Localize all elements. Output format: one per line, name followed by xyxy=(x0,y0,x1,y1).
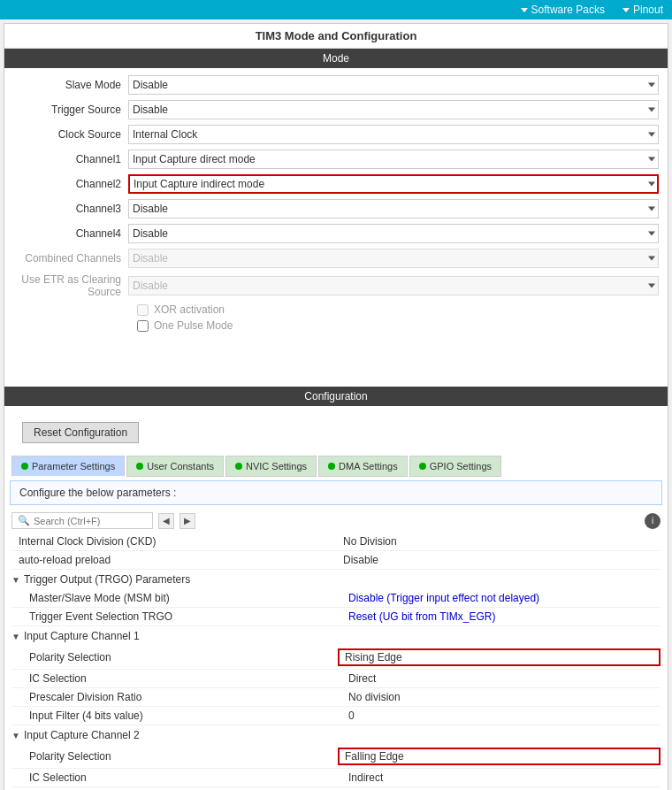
param-name: Trigger Event Selection TRGO xyxy=(11,610,341,623)
checkbox-1[interactable] xyxy=(137,320,149,332)
mode-field-row: Channel3Disable xyxy=(13,199,659,219)
select-wrapper: Input Capture indirect mode xyxy=(128,174,659,194)
field-select-channel4[interactable]: Disable xyxy=(128,224,659,243)
tab-label: Parameter Settings xyxy=(32,461,115,472)
select-wrapper: Disable xyxy=(128,199,659,219)
mode-field-row: Combined ChannelsDisable xyxy=(13,249,659,268)
select-wrapper: Disable xyxy=(128,224,659,243)
param-value: No division xyxy=(341,691,661,703)
collapse-icon: ▼ xyxy=(11,575,20,585)
param-name: IC Selection xyxy=(11,672,341,685)
config-section: Reset Configuration Parameter SettingsUs… xyxy=(4,410,668,790)
field-select-use-etr-as-clearing-source[interactable]: Disable xyxy=(128,276,659,295)
field-select-channel3[interactable]: Disable xyxy=(128,199,659,219)
software-packs-label: Software Packs xyxy=(531,4,605,16)
param-value: 0 xyxy=(341,709,661,722)
field-select-channel1[interactable]: Input Capture direct mode xyxy=(128,150,659,169)
param-name: Master/Slave Mode (MSM bit) xyxy=(11,592,341,604)
param-row: IC SelectionDirect xyxy=(11,670,661,688)
param-value: Disable xyxy=(336,554,661,566)
search-input-wrapper[interactable]: 🔍 xyxy=(11,512,153,529)
tab-label: User Constants xyxy=(147,461,214,472)
tab-label: DMA Settings xyxy=(339,461,398,472)
top-bar: Software Packs Pinout xyxy=(0,0,672,19)
select-wrapper: Input Capture direct mode xyxy=(128,150,659,169)
collapse-icon: ▼ xyxy=(11,632,20,641)
field-label: Use ETR as Clearing Source xyxy=(13,273,128,298)
param-list: Internal Clock Division (CKD)No Division… xyxy=(4,533,668,790)
param-name: auto-reload preload xyxy=(11,554,336,566)
info-button[interactable]: i xyxy=(645,513,661,529)
tab-label: NVIC Settings xyxy=(246,461,307,472)
field-select-slave-mode[interactable]: Disable xyxy=(128,75,659,95)
chevron-down-icon xyxy=(521,8,528,12)
pinout-item[interactable]: Pinout xyxy=(622,4,663,16)
param-name: Prescaler Division Ratio xyxy=(11,691,341,703)
mode-field-row: Trigger SourceDisable xyxy=(13,100,659,119)
mode-field-row: Channel1Input Capture direct mode xyxy=(13,150,659,169)
mode-fields-container: Slave ModeDisableTrigger SourceDisableCl… xyxy=(13,75,659,298)
tab-status-dot xyxy=(235,463,242,470)
param-name: Internal Clock Division (CKD) xyxy=(11,535,336,548)
param-row: Polarity SelectionFalling Edge xyxy=(11,745,661,769)
tab-user-constants[interactable]: User Constants xyxy=(126,456,224,477)
main-window: TIM3 Mode and Configuration Mode Slave M… xyxy=(4,23,668,790)
param-value: No Division xyxy=(336,535,661,548)
checkboxes-container: XOR activationOne Pulse Mode xyxy=(13,303,659,332)
software-packs-item[interactable]: Software Packs xyxy=(521,4,605,16)
configure-text: Configure the below parameters : xyxy=(10,480,662,505)
checkbox-row: XOR activation xyxy=(137,303,659,316)
tab-status-dot xyxy=(136,463,143,470)
tab-label: GPIO Settings xyxy=(430,461,492,472)
checkbox-label: XOR activation xyxy=(154,303,225,316)
field-label: Channel4 xyxy=(13,227,128,240)
tab-dma-settings[interactable]: DMA Settings xyxy=(318,456,408,477)
param-row: IC SelectionIndirect xyxy=(11,769,661,787)
group-header[interactable]: ▼Input Capture Channel 2 xyxy=(11,725,661,745)
group-header[interactable]: ▼Input Capture Channel 1 xyxy=(11,626,661,646)
field-label: Combined Channels xyxy=(13,252,128,265)
window-title: TIM3 Mode and Configuration xyxy=(4,24,668,49)
search-icon: 🔍 xyxy=(18,515,30,526)
nav-prev-button[interactable]: ◀ xyxy=(158,513,174,529)
mode-field-row: Channel4Disable xyxy=(13,224,659,243)
checkbox-label: One Pulse Mode xyxy=(154,319,233,332)
reset-button-wrapper: Reset Configuration xyxy=(4,410,668,456)
param-row: Master/Slave Mode (MSM bit)Disable (Trig… xyxy=(11,589,661,608)
field-label: Slave Mode xyxy=(13,79,128,91)
param-name: Polarity Selection xyxy=(11,651,338,663)
field-select-combined-channels[interactable]: Disable xyxy=(128,249,659,268)
field-select-clock-source[interactable]: Internal Clock xyxy=(128,125,659,144)
mode-section-header: Mode xyxy=(4,49,668,68)
nav-next-button[interactable]: ▶ xyxy=(179,513,195,529)
collapse-icon: ▼ xyxy=(11,731,20,740)
reset-configuration-button[interactable]: Reset Configuration xyxy=(22,422,139,443)
tab-gpio-settings[interactable]: GPIO Settings xyxy=(409,456,501,477)
field-label: Channel1 xyxy=(13,153,128,165)
tab-nvic-settings[interactable]: NVIC Settings xyxy=(225,456,317,477)
param-value: Falling Edge xyxy=(338,748,661,765)
group-label: Input Capture Channel 2 xyxy=(24,729,140,741)
param-name: Input Filter (4 bits value) xyxy=(11,709,341,722)
param-row: Polarity SelectionRising Edge xyxy=(11,646,661,670)
field-label: Channel2 xyxy=(13,178,128,190)
checkbox-row: One Pulse Mode xyxy=(137,319,659,332)
group-header[interactable]: ▼Trigger Output (TRGO) Parameters xyxy=(11,570,661,589)
search-bar: 🔍 ◀ ▶ i xyxy=(4,509,668,533)
search-input[interactable] xyxy=(34,516,147,526)
param-value: Direct xyxy=(341,672,661,685)
tab-parameter-settings[interactable]: Parameter Settings xyxy=(11,456,125,477)
tab-status-dot xyxy=(419,463,426,470)
field-select-trigger-source[interactable]: Disable xyxy=(128,100,659,119)
field-label: Channel3 xyxy=(13,203,128,215)
param-value: Reset (UG bit from TIMx_EGR) xyxy=(341,610,661,623)
select-wrapper: Disable xyxy=(128,249,659,268)
checkbox-0[interactable] xyxy=(137,304,149,316)
select-wrapper: Disable xyxy=(128,75,659,95)
field-label: Trigger Source xyxy=(13,104,128,116)
chevron-down-icon xyxy=(622,8,630,12)
group-label: Input Capture Channel 1 xyxy=(24,630,140,642)
select-wrapper: Disable xyxy=(128,100,659,119)
field-select-channel2[interactable]: Input Capture indirect mode xyxy=(128,174,659,194)
select-wrapper: Internal Clock xyxy=(128,125,659,144)
